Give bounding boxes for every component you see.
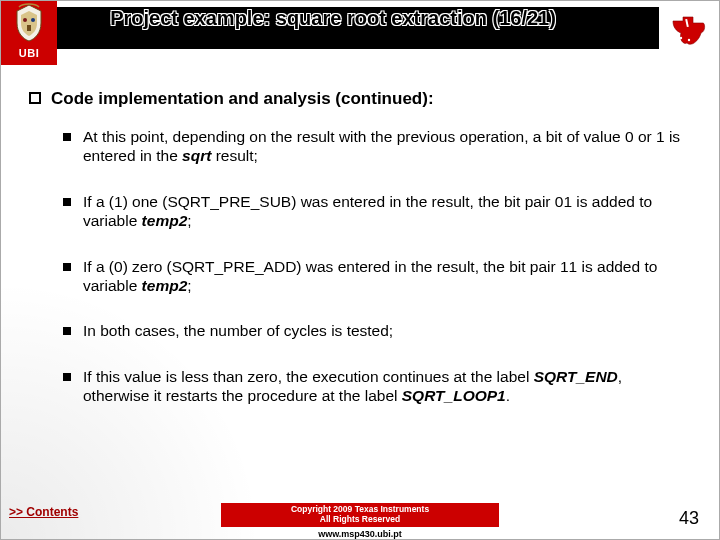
list-item-em: SQRT_LOOP1: [402, 387, 506, 404]
hollow-square-bullet-icon: [29, 92, 41, 104]
list-item: If a (1) one (SQRT_PRE_SUB) was entered …: [63, 192, 691, 231]
copyright-line-1: Copyright 2009 Texas Instruments: [291, 504, 429, 514]
svg-point-0: [23, 18, 27, 22]
svg-point-4: [688, 39, 690, 41]
footer: >> Contents Copyright 2009 Texas Instrum…: [1, 499, 719, 539]
list-item-text: In both cases, the number of cycles is t…: [83, 322, 393, 339]
contents-link[interactable]: >> Contents: [9, 505, 78, 519]
ubi-crest-icon: [9, 3, 49, 43]
slide-body: Code implementation and analysis (contin…: [1, 65, 719, 405]
list-item: At this point, depending on the result w…: [63, 127, 691, 166]
header-mid: Project example: square root extraction …: [57, 1, 659, 65]
list-item-text: .: [506, 387, 510, 404]
list-item: If a (0) zero (SQRT_PRE_ADD) was entered…: [63, 257, 691, 296]
svg-rect-2: [27, 25, 31, 31]
list-item-em: temp2: [142, 277, 188, 294]
header-right: [659, 1, 719, 65]
list-item-text: If this value is less than zero, the exe…: [83, 368, 534, 385]
slide-number: 43: [679, 508, 699, 529]
copyright-line-2: All Rights Reserved: [320, 514, 400, 524]
bullet-list: At this point, depending on the result w…: [29, 127, 691, 405]
list-item: If this value is less than zero, the exe…: [63, 367, 691, 406]
list-item-em: SQRT_END: [534, 368, 618, 385]
list-item-text: result;: [211, 147, 258, 164]
list-item-text: ;: [187, 277, 191, 294]
footer-copyright-bar: Copyright 2009 Texas Instruments All Rig…: [221, 503, 499, 527]
slide: UBI Project example: square root extract…: [0, 0, 720, 540]
header: UBI Project example: square root extract…: [1, 1, 719, 65]
list-item-em: sqrt: [182, 147, 211, 164]
footer-url: www.msp430.ubi.pt: [1, 529, 719, 539]
section-heading: Code implementation and analysis (contin…: [29, 89, 691, 109]
ubi-label: UBI: [19, 47, 39, 59]
list-item: In both cases, the number of cycles is t…: [63, 321, 691, 340]
slide-title: Project example: square root extraction …: [57, 1, 659, 29]
list-item-text: ;: [187, 212, 191, 229]
svg-point-1: [31, 18, 35, 22]
svg-point-3: [680, 37, 682, 39]
section-heading-text: Code implementation and analysis (contin…: [51, 89, 434, 109]
header-left-red-band: UBI: [1, 1, 57, 65]
list-item-text: At this point, depending on the result w…: [83, 128, 680, 164]
list-item-em: temp2: [142, 212, 188, 229]
ti-logo-icon: [669, 9, 709, 49]
